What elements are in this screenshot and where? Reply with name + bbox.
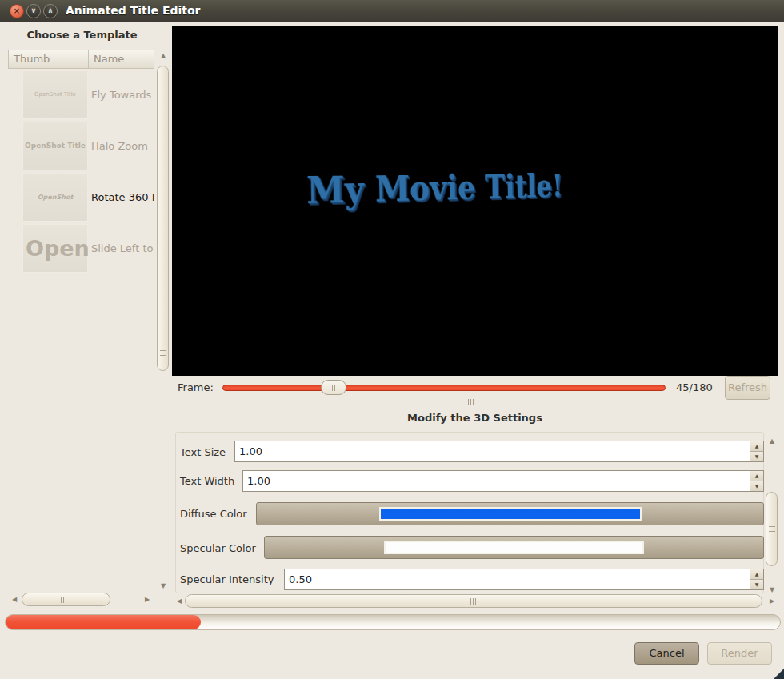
spin-up-icon[interactable]: ▲ — [750, 441, 763, 452]
text-size-spinbox[interactable]: 1.00 ▲ ▼ — [234, 441, 764, 462]
thumb-cell: OpenShot Title — [8, 120, 88, 171]
template-thumbnail: OpenS — [22, 224, 88, 273]
column-header-thumb[interactable]: Thumb — [9, 50, 89, 68]
template-name: Halo Zoom — [88, 120, 154, 171]
specular-intensity-value[interactable]: 0.50 — [285, 569, 750, 589]
specular-color-swatch — [384, 541, 644, 554]
text-size-value[interactable]: 1.00 — [235, 441, 750, 461]
preview-canvas: My Movie Title! — [172, 26, 778, 376]
diffuse-color-button[interactable] — [256, 502, 764, 525]
scrollbar-grip — [769, 526, 775, 532]
settings-hscrollbar-thumb[interactable] — [185, 594, 762, 608]
scroll-down-icon[interactable]: ▼ — [158, 583, 169, 589]
spin-steppers: ▲ ▼ — [750, 471, 763, 491]
template-table-header: Thumb Name — [8, 50, 154, 69]
scroll-left-icon[interactable]: ◀ — [174, 598, 185, 605]
specular-intensity-label: Specular Intensity — [180, 573, 274, 585]
spin-steppers: ▲ ▼ — [750, 441, 763, 461]
scroll-right-icon[interactable]: ▶ — [142, 597, 153, 603]
thumb-cell: OpenS — [8, 222, 88, 274]
column-header-name[interactable]: Name — [89, 50, 154, 68]
animated-title-editor-window: × ∨ ∧ Animated Title Editor Choose a Tem… — [0, 0, 784, 679]
frame-value: 45/180 — [676, 381, 713, 393]
window-resize-grip[interactable] — [774, 669, 784, 679]
render-progress-bar — [5, 614, 781, 630]
frame-slider-handle[interactable] — [321, 380, 346, 395]
scroll-right-icon[interactable]: ▶ — [766, 598, 778, 605]
window-title: Animated Title Editor — [66, 4, 201, 17]
template-name: Rotate 360 D — [88, 171, 154, 222]
template-list: OpenShot Title Fly Towards OpenShot Titl… — [8, 69, 154, 590]
settings-vscrollbar-thumb[interactable] — [766, 492, 778, 566]
scroll-up-icon[interactable]: ▲ — [158, 53, 169, 59]
slider-grip — [332, 385, 335, 391]
template-row-fly-towards[interactable]: OpenShot Title Fly Towards — [8, 69, 154, 120]
spin-down-icon[interactable]: ▼ — [750, 580, 763, 589]
diffuse-color-swatch — [379, 507, 642, 521]
thumb-cell: OpenShot Title — [8, 69, 88, 120]
diffuse-color-label: Diffuse Color — [180, 508, 247, 520]
template-row-rotate-360[interactable]: OpenShot Rotate 360 D — [8, 171, 154, 222]
template-row-slide-left[interactable]: OpenS Slide Left to — [8, 222, 154, 274]
scrollbar-grip — [160, 350, 166, 356]
scrollbar-grip — [61, 597, 66, 603]
frame-slider-track[interactable] — [222, 385, 666, 391]
progress-fill — [6, 615, 201, 629]
frame-label: Frame: — [178, 381, 214, 393]
spin-up-icon[interactable]: ▲ — [750, 471, 763, 481]
thumb-cell: OpenShot — [8, 171, 88, 222]
cancel-button[interactable]: Cancel — [634, 642, 699, 665]
text-width-value[interactable]: 1.00 — [243, 471, 750, 491]
specular-color-label: Specular Color — [180, 542, 256, 554]
text-width-label: Text Width — [180, 475, 234, 487]
text-size-label: Text Size — [180, 446, 226, 458]
minimize-icon[interactable]: ∨ — [26, 4, 41, 18]
scroll-down-icon[interactable]: ▼ — [766, 587, 778, 593]
titlebar: × ∨ ∧ Animated Title Editor — [0, 0, 784, 22]
template-row-halo-zoom[interactable]: OpenShot Title Halo Zoom — [8, 120, 154, 171]
refresh-button[interactable]: Refresh — [725, 376, 770, 400]
template-hscrollbar-thumb[interactable] — [22, 593, 110, 606]
template-panel-heading: Choose a Template — [8, 29, 156, 41]
template-vscrollbar-thumb[interactable] — [157, 66, 169, 371]
specular-color-button[interactable] — [264, 536, 764, 559]
template-thumbnail: OpenShot Title — [22, 122, 88, 170]
pane-splitter-handle[interactable] — [468, 399, 474, 405]
template-name: Slide Left to — [88, 222, 154, 274]
spin-down-icon[interactable]: ▼ — [750, 452, 763, 461]
spin-up-icon[interactable]: ▲ — [750, 569, 763, 580]
settings-heading: Modify the 3D Settings — [172, 412, 778, 424]
scroll-left-icon[interactable]: ◀ — [9, 597, 20, 603]
spin-steppers: ▲ ▼ — [750, 569, 763, 589]
specular-intensity-spinbox[interactable]: 0.50 ▲ ▼ — [284, 569, 764, 590]
template-thumbnail: OpenShot Title — [22, 70, 88, 119]
preview-3d-title-text: My Movie Title! — [306, 168, 639, 212]
template-name: Fly Towards — [88, 69, 154, 120]
scroll-up-icon[interactable]: ▲ — [766, 438, 778, 445]
render-button[interactable]: Render — [707, 642, 772, 665]
scrollbar-grip — [470, 598, 476, 605]
close-icon[interactable]: × — [10, 4, 24, 18]
text-width-spinbox[interactable]: 1.00 ▲ ▼ — [242, 470, 764, 492]
maximize-icon[interactable]: ∧ — [43, 4, 58, 18]
spin-down-icon[interactable]: ▼ — [750, 481, 763, 491]
template-thumbnail: OpenShot — [22, 173, 88, 222]
